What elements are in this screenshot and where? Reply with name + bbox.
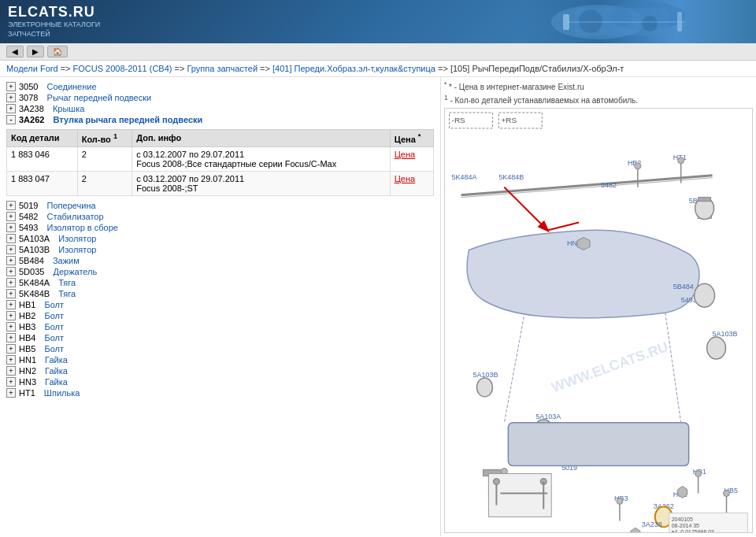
breadcrumb-group[interactable]: Группа запчастей [187,64,258,73]
group-5482[interactable]: + 5482 Стабилизатор [6,212,434,221]
svg-rect-43 [508,422,688,465]
group-link-5B484[interactable]: Зажим [53,256,80,265]
expand-3050[interactable]: + [6,82,16,91]
expand-HN3[interactable]: + [6,377,16,387]
cell-price[interactable]: Цена [390,171,433,195]
breadcrumb-401[interactable]: [401] Переди.Хобраз.эл-т,кулак&ступица [272,64,435,73]
group-3A262-link[interactable]: Втулка рычага передней подвески [53,115,202,124]
group-3A238-link[interactable]: Крышка [53,104,84,113]
group-id-5019: 5019 [19,201,38,210]
col-info: Доп. инфо [132,130,390,147]
expand-5B484[interactable]: + [6,256,16,265]
parts-table: Код детали Кол-во 1 Доп. инфо Цена * 1 8… [6,129,434,196]
expand-HB4[interactable]: + [6,333,16,343]
group-HB1[interactable]: + HB1 Болт [6,300,434,309]
breadcrumb-current: [105] РычПередиПодв/Стабилиз/Х-обрЭл-т [450,64,624,73]
group-link-5K484A[interactable]: Тяга [58,278,76,287]
expand-HB1[interactable]: + [6,300,16,309]
group-link-HN3[interactable]: Гайка [45,377,68,387]
cell-price[interactable]: Цена [390,146,433,171]
main-content: + 3050 Соединение + 3078 Рычаг передней … [0,77,756,536]
svg-point-41 [476,378,492,397]
group-5K484B[interactable]: + 5K484B Тяга [6,289,434,298]
group-3050-link[interactable]: Соединение [47,82,97,91]
group-HN3[interactable]: + HN3 Гайка [6,377,434,387]
expand-5K484B[interactable]: + [6,289,16,298]
expand-5493[interactable]: + [6,223,16,232]
breadcrumb-ford[interactable]: Модели Ford [6,64,58,73]
svg-point-35 [695,283,715,307]
group-link-HB3[interactable]: Болт [44,322,64,331]
expand-5019[interactable]: + [6,201,16,210]
group-link-HN1[interactable]: Гайка [45,355,68,365]
group-5B484[interactable]: + 5B484 Зажим [6,256,434,265]
expand-3078[interactable]: + [6,93,16,102]
group-5A103B[interactable]: + 5A103B Изолятор [6,245,434,254]
nav-home-button[interactable]: 🏠 [47,46,68,57]
svg-text:0.0175988 03: 0.0175988 03 [672,529,714,532]
cell-code: 1 883 047 [7,171,78,195]
header: ELCATS.RU ЭЛЕКТРОННЫЕ КАТАЛОГИ ЗАПЧАСТЕЙ [0,0,756,43]
expand-3A238[interactable]: + [6,104,16,113]
logo-text: ELCATS.RU [8,4,100,20]
group-link-5482[interactable]: Стабилизатор [47,212,104,221]
cell-qty: 2 [77,146,132,171]
expand-HB2[interactable]: + [6,311,16,320]
expand-3A262[interactable]: - [6,115,16,124]
expand-HN2[interactable]: + [6,366,16,376]
price-link[interactable]: Цена [395,174,415,183]
breadcrumb-focus[interactable]: FOCUS 2008-2011 (CB4) [73,64,172,73]
group-HN2[interactable]: + HN2 Гайка [6,366,434,376]
group-3078[interactable]: + 3078 Рычаг передней подвески [6,93,434,102]
group-5A103A[interactable]: + 5A103A Изолятор [6,234,434,243]
group-id-5493: 5493 [19,223,38,232]
group-link-5493[interactable]: Изолятор в сборе [47,223,118,232]
group-3A238[interactable]: + 3A238 Крышка [6,104,434,113]
cell-info: с 03.12.2007 по 29.07.2011Focus 2008-;Вс… [132,146,390,171]
group-5019[interactable]: + 5019 Поперечина [6,201,434,210]
group-link-HB1[interactable]: Болт [44,300,64,309]
group-id-5B484: 5B484 [19,256,44,265]
expand-5A103B[interactable]: + [6,245,16,254]
group-HB3[interactable]: + HB3 Болт [6,322,434,331]
group-HN1[interactable]: + HN1 Гайка [6,355,434,365]
svg-text:2040105: 2040105 [672,517,693,522]
group-3A262[interactable]: - 3A262 Втулка рычага передней подвески [6,115,434,124]
group-5493[interactable]: + 5493 Изолятор в сборе [6,223,434,232]
group-link-5019[interactable]: Поперечина [47,201,96,210]
group-3078-link[interactable]: Рычаг передней подвески [47,93,152,102]
svg-text:5A103A: 5A103A [536,412,561,420]
group-HT1[interactable]: + HT1 Шпилька [6,388,434,398]
table-row: 1 883 047 2 с 03.12.2007 по 29.07.2011Fo… [7,171,434,195]
group-link-HN2[interactable]: Гайка [45,366,68,376]
group-link-HB4[interactable]: Болт [44,333,64,343]
group-link-HT1[interactable]: Шпилька [44,388,80,398]
group-5D035[interactable]: + 5D035 Держатель [6,267,434,276]
svg-text:5K484B: 5K484B [498,172,524,180]
price-link[interactable]: Цена [395,150,415,159]
expand-5A103A[interactable]: + [6,234,16,243]
expand-HT1[interactable]: + [6,388,16,398]
group-link-5A103A[interactable]: Изолятор [58,234,96,243]
nav-back-button[interactable]: ◀ [6,46,24,57]
group-HB2[interactable]: + HB2 Болт [6,311,434,320]
expand-5D035[interactable]: + [6,267,16,276]
group-link-HB5[interactable]: Болт [44,344,64,354]
nav-forward-button[interactable]: ▶ [27,46,44,57]
group-5K484A[interactable]: + 5K484A Тяга [6,278,434,287]
svg-text:5B484: 5B484 [673,283,694,291]
table-row: 1 883 046 2 с 03.12.2007 по 29.07.2011Fo… [7,146,434,171]
logo-sub-line2: ЗАПЧАСТЕЙ [8,30,100,39]
group-link-HB2[interactable]: Болт [44,311,64,320]
group-3050[interactable]: + 3050 Соединение [6,82,434,91]
expand-5482[interactable]: + [6,212,16,221]
group-link-5A103B[interactable]: Изолятор [58,245,96,254]
group-link-5K484B[interactable]: Тяга [58,289,76,298]
expand-HB3[interactable]: + [6,322,16,331]
group-HB5[interactable]: + HB5 Болт [6,344,434,354]
group-HB4[interactable]: + HB4 Болт [6,333,434,343]
expand-HN1[interactable]: + [6,355,16,365]
expand-5K484A[interactable]: + [6,278,16,287]
expand-HB5[interactable]: + [6,344,16,354]
group-link-5D035[interactable]: Держатель [53,267,97,276]
